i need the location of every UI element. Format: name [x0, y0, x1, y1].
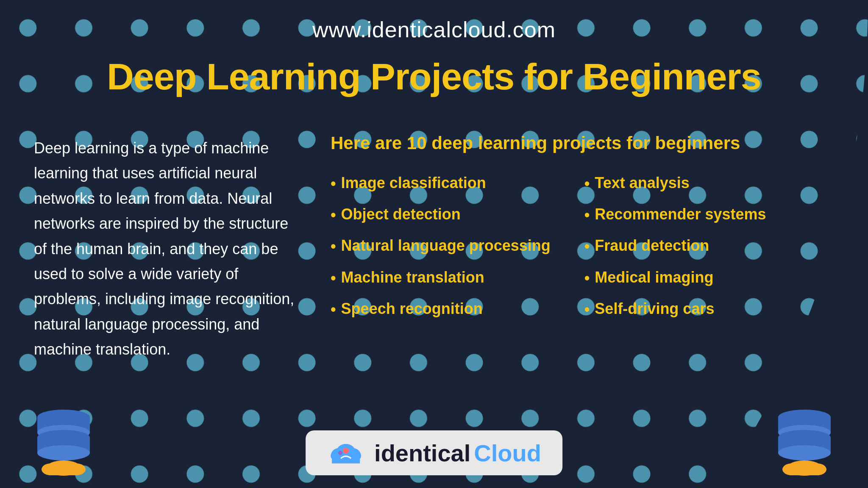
list-item: • Fraud detection: [584, 235, 766, 257]
projects-right-column: • Text analysis • Recommender systems • …: [584, 172, 766, 327]
list-item: • Medical imaging: [584, 267, 766, 289]
svg-point-22: [778, 445, 831, 460]
list-item: • Text analysis: [584, 172, 766, 194]
projects-block: Here are 10 deep learning projects for b…: [331, 131, 839, 327]
bullet-icon: •: [584, 268, 590, 289]
bullet-icon: •: [331, 236, 336, 257]
main-title: Deep Learning Projects for Beginners: [0, 55, 868, 98]
svg-point-33: [343, 448, 349, 454]
list-item: • Natural language processing: [331, 235, 551, 257]
logo-text: identical Cloud: [374, 439, 541, 467]
bullet-icon: •: [331, 268, 336, 289]
bullet-icon: •: [331, 205, 336, 226]
list-item: • Speech recognition: [331, 298, 551, 320]
projects-columns: • Image classification • Object detectio…: [331, 172, 839, 327]
svg-rect-32: [332, 456, 360, 463]
logo-name-cloud: Cloud: [474, 439, 541, 467]
svg-rect-27: [790, 469, 819, 475]
bullet-icon: •: [584, 173, 590, 194]
header-url: www.identicalcloud.com: [0, 17, 868, 42]
bullet-icon: •: [584, 205, 590, 226]
description-text: Deep learning is a type of machine learn…: [34, 136, 305, 362]
list-item: • Self-driving cars: [584, 298, 766, 320]
bullet-icon: •: [584, 299, 590, 320]
svg-point-34: [338, 451, 342, 455]
list-item: • Recommender systems: [584, 204, 766, 226]
database-icon-left: [25, 408, 102, 480]
list-item: • Object detection: [331, 204, 551, 226]
bullet-icon: •: [331, 299, 336, 320]
logo-cloud-icon: [327, 438, 365, 468]
list-item: • Image classification: [331, 172, 551, 194]
bullet-icon: •: [331, 173, 336, 194]
logo-name-identical: identical: [374, 439, 470, 467]
logo-area: identical Cloud: [306, 430, 562, 475]
bullet-icon: •: [584, 236, 590, 257]
svg-point-11: [37, 445, 90, 460]
projects-heading: Here are 10 deep learning projects for b…: [331, 131, 839, 155]
database-icon-right: [766, 408, 843, 480]
svg-rect-16: [49, 469, 78, 475]
list-item: • Machine translation: [331, 267, 551, 289]
projects-left-column: • Image classification • Object detectio…: [331, 172, 551, 327]
